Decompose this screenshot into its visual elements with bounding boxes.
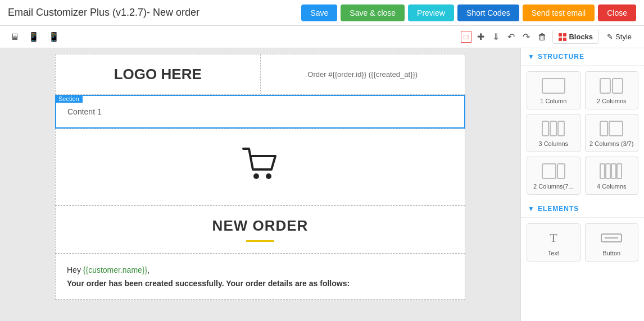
svg-rect-13: [606, 164, 610, 178]
send-test-email-button[interactable]: Send test email: [523, 4, 595, 21]
2-columns-73-icon: [541, 163, 566, 180]
content-text: Content 1: [67, 107, 102, 116]
new-order-title: NEW ORDER: [67, 217, 453, 235]
elements-title: ELEMENTS: [538, 205, 579, 213]
trash-icon[interactable]: 🗑: [536, 31, 549, 43]
close-button[interactable]: Close: [598, 4, 636, 21]
3-columns-label: 3 Columns: [538, 140, 568, 147]
3-columns-icon: [541, 120, 566, 137]
toolbar-device-icons: 🖥 📱 📱: [8, 30, 62, 43]
email-new-order-section[interactable]: NEW ORDER: [55, 205, 465, 254]
button-element-label: Button: [602, 250, 620, 256]
email-cart-section[interactable]: [55, 129, 465, 205]
4-columns-label: 4 Columns: [597, 183, 627, 190]
structure-grid: 1 Column 2 Columns 3 Columns: [521, 66, 644, 200]
structure-title: STRUCTURE: [538, 53, 584, 61]
right-panel: ▼ STRUCTURE 1 Column 2 Columns: [520, 48, 644, 321]
2-columns-37-icon: [599, 120, 624, 137]
save-button[interactable]: Save: [301, 4, 337, 21]
email-header-row: LOGO HERE Order #{{order.id}} ({{created…: [55, 54, 465, 95]
preview-button[interactable]: Preview: [408, 4, 454, 21]
redo-icon[interactable]: ↷: [520, 30, 532, 43]
elements-section-header[interactable]: ▼ ELEMENTS: [521, 200, 644, 218]
save-close-button[interactable]: Save & close: [341, 4, 405, 21]
svg-rect-11: [557, 164, 565, 178]
button-element-icon: [599, 230, 624, 246]
2-columns-label: 2 Columns: [597, 98, 627, 104]
svg-rect-15: [617, 164, 622, 178]
toolbar-right: □ ✚ ⇓ ↶ ↷ 🗑 Blocks ✎ Style: [461, 30, 636, 44]
svg-rect-4: [613, 79, 623, 93]
section-wrapper: Section Content 1: [55, 95, 465, 129]
short-codes-button[interactable]: Short Codes: [457, 4, 519, 21]
blocks-button[interactable]: Blocks: [552, 30, 599, 44]
logo-normal-text: HERE: [157, 66, 201, 82]
logo-bold-text: LOGO: [114, 66, 157, 82]
customer-name-shortcode: {{customer.name}}: [83, 265, 147, 274]
svg-rect-2: [542, 79, 565, 93]
2-columns-icon: [599, 77, 624, 94]
style-label: Style: [615, 33, 632, 41]
canvas: LOGO HERE Order #{{order.id}} ({{created…: [0, 48, 520, 321]
blocks-label: Blocks: [569, 33, 593, 41]
structure-section-header[interactable]: ▼ STRUCTURE: [521, 48, 644, 66]
email-content-section[interactable]: Content 1: [55, 95, 465, 129]
4-columns-icon: [599, 163, 624, 180]
structure-item-1-column[interactable]: 1 Column: [527, 71, 580, 109]
structure-item-4-columns[interactable]: 4 Columns: [585, 157, 639, 195]
2-columns-73-label: 2 Columns(7...: [533, 183, 574, 190]
style-button[interactable]: ✎ Style: [602, 30, 636, 43]
text-element-label: Text: [548, 250, 559, 256]
svg-point-0: [253, 173, 259, 179]
email-logo-text: LOGO HERE: [114, 66, 202, 83]
tablet-icon[interactable]: 📱: [26, 30, 42, 43]
order-placeholder-text: Order #{{order.id}} ({{created_at}}): [307, 70, 418, 79]
structure-item-2-columns[interactable]: 2 Columns: [585, 71, 639, 109]
blocks-grid-icon: [559, 33, 566, 41]
svg-point-1: [266, 173, 271, 179]
new-order-divider: [246, 240, 274, 242]
header-buttons: Save Save & close Preview Short Codes Se…: [301, 4, 636, 21]
desktop-icon[interactable]: 🖥: [8, 31, 21, 43]
elements-chevron-icon: ▼: [528, 205, 534, 213]
body-desc-text: Your order has been created successfully…: [67, 279, 453, 288]
structure-item-2-columns-37[interactable]: 2 Columns (3/7): [585, 114, 639, 152]
email-order-cell[interactable]: Order #{{order.id}} ({{created_at}}): [261, 54, 465, 94]
email-container: LOGO HERE Order #{{order.id}} ({{created…: [55, 54, 465, 315]
header: Email Customizer Plus (v1.2.7)- New orde…: [0, 0, 644, 26]
elements-grid: T Text Button: [521, 218, 644, 267]
svg-rect-9: [609, 121, 623, 136]
email-logo-cell[interactable]: LOGO HERE: [56, 54, 261, 94]
text-element-icon: T: [541, 230, 566, 246]
structure-item-3-columns[interactable]: 3 Columns: [527, 114, 580, 152]
body-hey-text: Hey {{customer.name}},: [67, 265, 453, 274]
download-icon[interactable]: ⇓: [490, 30, 502, 43]
svg-rect-6: [550, 121, 556, 136]
move-icon[interactable]: ✚: [475, 30, 487, 43]
element-item-text[interactable]: T Text: [527, 223, 580, 262]
svg-rect-5: [542, 121, 548, 136]
2-columns-37-label: 2 Columns (3/7): [589, 140, 633, 147]
svg-rect-3: [600, 79, 610, 93]
svg-rect-8: [600, 121, 607, 136]
svg-text:T: T: [550, 231, 557, 245]
1-column-icon: [541, 77, 566, 94]
structure-chevron-icon: ▼: [528, 53, 534, 61]
element-item-button[interactable]: Button: [585, 223, 639, 262]
page-title: Email Customizer Plus (v1.2.7)- New orde…: [8, 7, 301, 19]
svg-rect-14: [611, 164, 616, 178]
undo-icon[interactable]: ↶: [505, 30, 517, 43]
toolbar: 🖥 📱 📱 □ ✚ ⇓ ↶ ↷ 🗑 Blocks ✎ Style: [0, 26, 644, 48]
email-body-section[interactable]: Hey {{customer.name}}, Your order has be…: [55, 254, 465, 300]
mobile-icon[interactable]: 📱: [46, 30, 62, 43]
pencil-icon: ✎: [607, 33, 613, 41]
structure-item-2-columns-73[interactable]: 2 Columns(7...: [527, 157, 580, 195]
svg-rect-7: [558, 121, 564, 136]
main-area: LOGO HERE Order #{{order.id}} ({{created…: [0, 48, 644, 321]
svg-rect-10: [542, 164, 556, 178]
cart-icon: [241, 146, 280, 188]
svg-rect-12: [600, 164, 605, 178]
section-label: Section: [55, 95, 83, 103]
select-icon[interactable]: □: [461, 31, 472, 43]
1-column-label: 1 Column: [540, 98, 566, 104]
